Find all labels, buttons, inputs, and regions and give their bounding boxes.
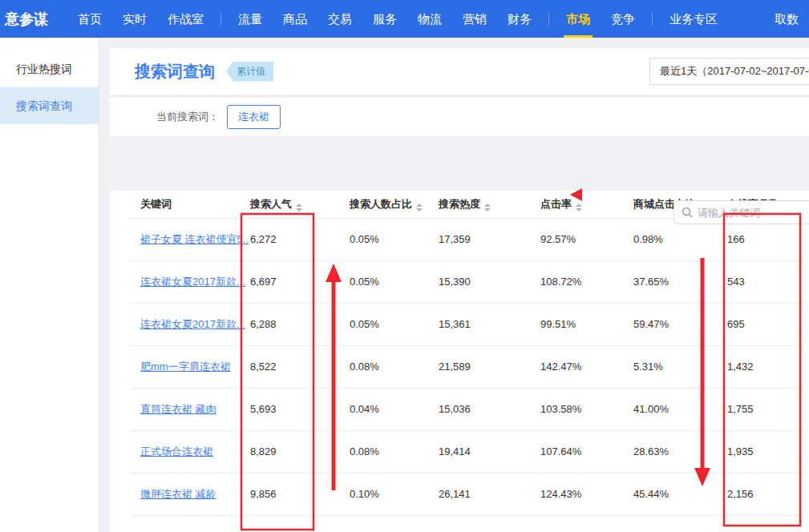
table-cell: 0.04% [348, 388, 437, 430]
nav-item-logistics[interactable]: 物流 [407, 0, 452, 38]
sidebar: 行业热搜词 搜索词查询 [0, 38, 99, 532]
table-cell: 微胖连衣裙 减龄 [130, 473, 249, 515]
sort-icon[interactable] [416, 204, 423, 212]
table-cell: 59.47% [632, 303, 726, 345]
table-row: 正式场合连衣裙 8,829 0.08% 19,414 107.64% 28.63… [130, 430, 806, 473]
sidebar-item-search-word-query[interactable]: 搜索词查询 [0, 87, 99, 124]
table-row: 直筒连衣裙 藏肉 5,693 0.04% 15,036 103.58% 41.0… [130, 388, 806, 430]
table-cell: 17,359 [437, 218, 539, 260]
nav-item-traffic[interactable]: 流量 [228, 0, 273, 38]
nav-item-war-room[interactable]: 作战室 [157, 0, 214, 38]
table-cell: 6,697 [249, 260, 348, 303]
col-header-keyword: 关键词 [130, 191, 249, 218]
sort-icon[interactable] [296, 204, 302, 212]
table-cell: 37.65% [632, 260, 726, 303]
sidebar-item-industry-hot-words[interactable]: 行业热搜词 [0, 50, 99, 87]
table-cell: 103.58% [539, 388, 632, 430]
table-cell: 19,414 [437, 430, 539, 473]
table-cell: 26,141 [437, 473, 539, 515]
table-cell: 15,390 [437, 260, 539, 303]
table-cell: 0.05% [348, 260, 437, 303]
table-row: 连衣裙女夏2017新款... 6,697 0.05% 15,390 108.72… [130, 260, 806, 303]
keyword-search-input[interactable] [698, 207, 809, 219]
nav-item-data-extract[interactable]: 取数 [764, 0, 809, 38]
sort-icon[interactable] [484, 204, 491, 212]
nav-item-business-zone[interactable]: 业务专区 [659, 0, 728, 38]
col-header-searcher-ratio[interactable]: 搜索人数占比 [348, 191, 437, 218]
keyword-link[interactable]: 连衣裙女夏2017新款... [140, 276, 245, 288]
col-header-label: 搜索人气 [250, 198, 292, 210]
page-header: 搜索词查询 累计值 最近1天（2017-07-02~2017-07-02 [110, 48, 809, 95]
col-header-label: 搜索热度 [439, 198, 480, 210]
col-header-search-heat[interactable]: 搜索热度 [437, 191, 539, 218]
keywords-table: 关键词 搜索人气 搜索人数占比 搜索热度 点击率 商城点击占 [130, 191, 806, 516]
table-cell: 1,935 [726, 430, 806, 473]
keyword-link[interactable]: 正式场合连衣裙 [140, 445, 213, 457]
table-cell: 0.10% [348, 473, 437, 515]
current-keyword-label: 当前搜索词： [156, 110, 219, 124]
table-cell: 裙子女夏 连衣裙便宜5... [130, 218, 249, 260]
nav-item-marketing[interactable]: 营销 [452, 0, 497, 38]
table-cell: 0.05% [348, 303, 437, 345]
nav-item-competition[interactable]: 竞争 [601, 0, 645, 38]
table-cell: 6,272 [249, 218, 348, 260]
col-header-click-rate[interactable]: 点击率 [539, 191, 632, 218]
table-cell: 92.57% [539, 218, 632, 260]
table-cell: 1,432 [726, 345, 806, 388]
keyword-link[interactable]: 直筒连衣裙 藏肉 [140, 403, 216, 415]
table-cell: 21,589 [437, 345, 539, 388]
date-range-selector[interactable]: 最近1天（2017-07-02~2017-07-02 [649, 58, 809, 85]
table-cell: 连衣裙女夏2017新款... [130, 303, 249, 345]
table-cell: 8,829 [249, 430, 348, 473]
table-cell: 5.31% [632, 345, 726, 388]
table-cell: 0.08% [348, 345, 437, 388]
nav-item-home[interactable]: 首页 [67, 0, 112, 38]
keyword-link[interactable]: 裙子女夏 连衣裙便宜5... [140, 233, 249, 245]
table-row: 微胖连衣裙 减龄 9,856 0.10% 26,141 124.43% 45.4… [130, 473, 806, 515]
table-cell: 142.47% [539, 345, 632, 388]
nav-item-products[interactable]: 商品 [273, 0, 318, 38]
table-cell: 直筒连衣裙 藏肉 [130, 388, 249, 430]
table-cell: 45.44% [632, 473, 726, 515]
nav-item-realtime[interactable]: 实时 [112, 0, 157, 38]
table-cell: 0.05% [348, 218, 437, 260]
keywords-table-panel: 关键词 搜索人气 搜索人数占比 搜索热度 点击率 商城点击占 [110, 191, 809, 532]
nav-divider [220, 13, 221, 26]
table-cell: 124.43% [539, 473, 632, 515]
main-content: 搜索词查询 累计值 最近1天（2017-07-02~2017-07-02 当前搜… [99, 38, 809, 532]
nav-item-market[interactable]: 市场 [556, 0, 601, 38]
table-cell: 543 [726, 260, 806, 303]
table-row: 肥mm一字肩连衣裙 8,522 0.08% 21,589 142.47% 5.3… [130, 345, 806, 388]
col-header-search-popularity[interactable]: 搜索人气 [249, 191, 348, 218]
table-cell: 108.72% [539, 260, 632, 303]
current-keyword-tag[interactable]: 连衣裙 [227, 105, 281, 129]
keyword-link[interactable]: 微胖连衣裙 减龄 [140, 488, 216, 500]
table-cell: 2,156 [726, 473, 806, 515]
col-header-label: 搜索人数占比 [350, 198, 412, 210]
table-cell: 肥mm一字肩连衣裙 [130, 345, 249, 388]
page-title: 搜索词查询 [135, 61, 215, 83]
table-cell: 1,755 [726, 388, 806, 430]
col-header-label: 关键词 [140, 198, 172, 210]
table-cell: 正式场合连衣裙 [130, 430, 249, 473]
cumulative-value-badge: 累计值 [226, 62, 273, 82]
brand-logo[interactable]: 意参谋 [5, 10, 48, 29]
nav-item-transactions[interactable]: 交易 [318, 0, 362, 38]
table-cell: 28.63% [632, 430, 726, 473]
table-cell: 9,856 [249, 473, 348, 515]
nav-item-finance[interactable]: 财务 [497, 0, 542, 38]
table-cell: 99.51% [539, 303, 632, 345]
table-cell: 695 [726, 303, 806, 345]
table-cell: 连衣裙女夏2017新款... [130, 260, 249, 303]
table-cell: 8,522 [249, 345, 348, 388]
table-cell: 6,288 [249, 303, 348, 345]
nav-divider [652, 13, 653, 26]
keyword-search-box[interactable] [673, 200, 809, 224]
keyword-link[interactable]: 连衣裙女夏2017新款... [140, 318, 245, 330]
nav-divider [548, 13, 549, 26]
nav-item-services[interactable]: 服务 [362, 0, 407, 38]
sort-icon[interactable] [576, 204, 582, 212]
keyword-link[interactable]: 肥mm一字肩连衣裙 [140, 361, 231, 373]
table-cell: 0.08% [348, 430, 437, 473]
search-icon [682, 207, 693, 218]
